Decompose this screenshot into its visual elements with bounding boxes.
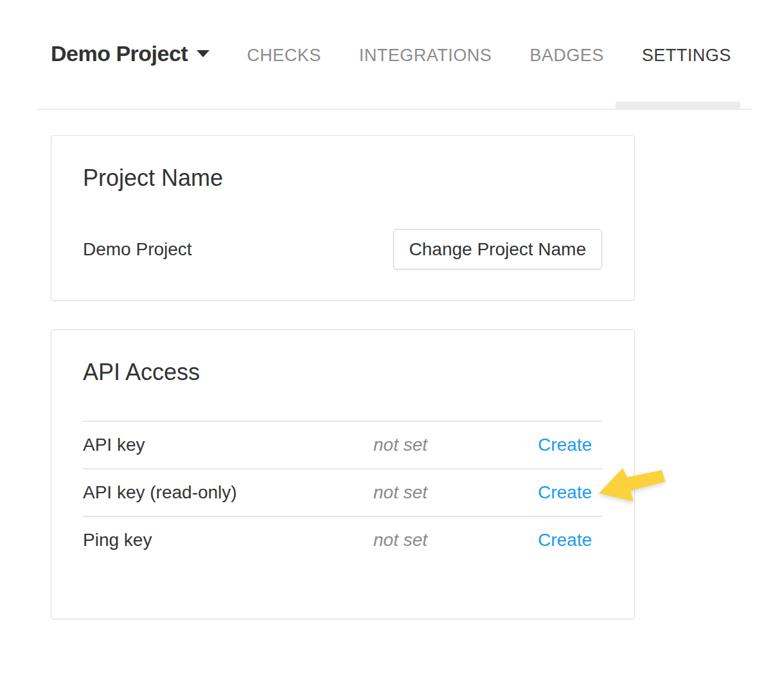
current-project-name: Demo Project xyxy=(83,239,192,260)
tab-badges[interactable]: BADGES xyxy=(530,46,604,66)
api-key-label: API key xyxy=(83,435,373,455)
project-settings-page: Demo Project CHECKS INTEGRATIONS BADGES … xyxy=(0,0,784,681)
top-nav: Demo Project CHECKS INTEGRATIONS BADGES … xyxy=(51,41,731,66)
tab-settings[interactable]: SETTINGS xyxy=(642,46,731,66)
project-name-row: Demo Project Change Project Name xyxy=(83,229,602,269)
api-key-readonly-label: API key (read-only) xyxy=(83,482,373,503)
api-keys-table: API key not set Create API key (read-onl… xyxy=(83,421,602,563)
project-name-card-title: Project Name xyxy=(83,165,602,191)
project-name-card: Project Name Demo Project Change Project… xyxy=(51,135,635,301)
create-api-key-link[interactable]: Create xyxy=(538,435,592,455)
ping-key-label: Ping key xyxy=(83,530,373,550)
ping-key-value: not set xyxy=(373,530,502,550)
api-access-card: API Access API key not set Create API ke… xyxy=(51,329,635,619)
create-ping-key-link[interactable]: Create xyxy=(538,530,592,550)
api-key-readonly-value: not set xyxy=(373,482,502,503)
ping-key-row: Ping key not set Create xyxy=(83,516,602,563)
main-nav: CHECKS INTEGRATIONS BADGES SETTINGS xyxy=(247,46,731,66)
api-key-value: not set xyxy=(373,435,502,455)
api-key-readonly-row: API key (read-only) not set Create xyxy=(83,468,602,516)
project-title: Demo Project xyxy=(51,41,188,66)
highlight-arrow-icon xyxy=(598,467,666,503)
change-project-name-button[interactable]: Change Project Name xyxy=(393,229,602,269)
create-api-key-readonly-link[interactable]: Create xyxy=(538,482,592,502)
tab-integrations[interactable]: INTEGRATIONS xyxy=(359,46,492,66)
api-key-row: API key not set Create xyxy=(83,421,602,468)
header-divider xyxy=(37,109,752,110)
tab-checks[interactable]: CHECKS xyxy=(247,46,321,66)
api-access-card-title: API Access xyxy=(83,359,602,385)
project-switcher[interactable]: Demo Project xyxy=(51,41,209,66)
chevron-down-icon xyxy=(197,50,209,57)
